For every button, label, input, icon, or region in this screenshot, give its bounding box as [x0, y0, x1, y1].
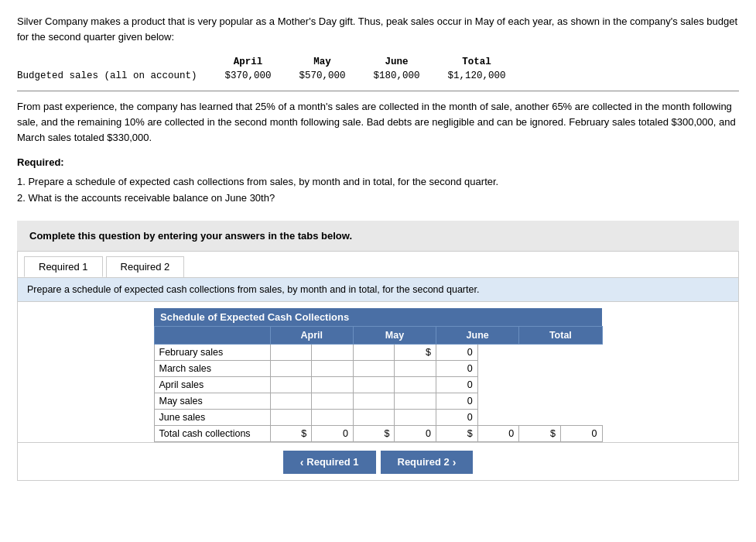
- col-may-header: May: [286, 55, 360, 69]
- june-april-input[interactable]: [271, 410, 312, 425]
- intro-paragraph: Silver Company makes a product that is v…: [17, 14, 739, 44]
- february-april-input[interactable]: [271, 345, 312, 360]
- total-total-dollar: $: [519, 425, 561, 441]
- february-total-dollar: $: [395, 344, 436, 360]
- march-label: March sales: [154, 360, 270, 376]
- total-june-val: 0: [477, 425, 519, 441]
- budgeted-sales-label: Budgeted sales (all on account): [17, 69, 211, 83]
- june-may-input-cell[interactable]: [312, 409, 354, 425]
- may-april-input-cell[interactable]: [270, 393, 312, 409]
- required1-nav-button[interactable]: ‹ Required 1: [283, 451, 376, 474]
- budgeted-may: $570,000: [286, 69, 360, 83]
- june-sales-label: June sales: [154, 409, 270, 425]
- tab-bar: Required 1 Required 2: [18, 252, 738, 278]
- body-paragraph: From past experience, the company has le…: [17, 99, 739, 146]
- col-total-sched: Total: [519, 326, 602, 344]
- june-april-input-cell[interactable]: [270, 409, 312, 425]
- row-april-sales: April sales 0: [154, 376, 602, 393]
- back-arrow-icon: ‹: [300, 456, 304, 468]
- total-total-val: 0: [560, 425, 602, 441]
- tabs-area: Required 1 Required 2 Prepare a schedule…: [17, 251, 739, 481]
- schedule-title: Schedule of Expected Cash Collections: [154, 308, 602, 327]
- march-may-input-cell[interactable]: [312, 360, 354, 376]
- total-may-val: 0: [395, 425, 436, 441]
- april-june-input-cell[interactable]: [353, 376, 395, 393]
- required-section: Required: 1. Prepare a schedule of expec…: [17, 155, 739, 206]
- col-april-header: April: [211, 55, 286, 69]
- may-total-val: 0: [436, 393, 478, 409]
- june-total-dollar: [395, 409, 436, 425]
- row-may-sales: May sales 0: [154, 393, 602, 409]
- may-may-input-cell[interactable]: [312, 393, 354, 409]
- budgeted-june: $180,000: [360, 69, 434, 83]
- required2-nav-label: Required 2: [398, 456, 450, 468]
- may-total-dollar: [395, 393, 436, 409]
- march-total-val: 0: [436, 360, 478, 376]
- may-june-input[interactable]: [354, 393, 395, 409]
- row-march-sales: March sales 0: [154, 360, 602, 376]
- row-february-sales: February sales $ 0: [154, 344, 602, 360]
- april-may-input-cell[interactable]: [312, 376, 354, 393]
- may-june-input-cell[interactable]: [353, 393, 395, 409]
- february-june-input[interactable]: [354, 345, 395, 360]
- february-total-val: 0: [436, 344, 478, 360]
- total-april-val: 0: [312, 425, 354, 441]
- row-june-sales: June sales 0: [154, 409, 602, 425]
- total-april-dollar: $: [270, 425, 312, 441]
- april-june-input[interactable]: [354, 377, 395, 393]
- col-label-header: [154, 326, 270, 344]
- schedule-col-headers: April May June Total: [154, 326, 602, 344]
- may-sales-label: May sales: [154, 393, 270, 409]
- march-april-input-cell[interactable]: [270, 360, 312, 376]
- required1-nav-label: Required 1: [306, 456, 358, 468]
- required2-nav-button[interactable]: Required 2 ›: [381, 451, 474, 474]
- schedule-title-row: Schedule of Expected Cash Collections: [154, 308, 602, 327]
- april-total-dollar: [395, 376, 436, 393]
- may-april-input[interactable]: [271, 393, 312, 409]
- march-april-input[interactable]: [271, 361, 312, 376]
- june-june-input-cell[interactable]: [353, 409, 395, 425]
- june-total-val: 0: [436, 409, 478, 425]
- budgeted-april: $370,000: [211, 69, 286, 83]
- col-june-sched: June: [436, 326, 519, 344]
- april-may-input[interactable]: [312, 377, 353, 393]
- col-total-header: Total: [434, 55, 520, 69]
- april-april-input[interactable]: [271, 377, 312, 393]
- may-may-input[interactable]: [312, 393, 353, 409]
- required-item-2: 2. What is the accounts receivable balan…: [17, 190, 739, 207]
- budgeted-total: $1,120,000: [434, 69, 520, 83]
- row-total-collections: Total cash collections $ 0 $ 0 $ 0 $ 0: [154, 425, 602, 441]
- march-june-input[interactable]: [354, 361, 395, 376]
- february-label: February sales: [154, 344, 270, 360]
- required-item-1: 1. Prepare a schedule of expected cash c…: [17, 174, 739, 190]
- bottom-nav: ‹ Required 1 Required 2 ›: [18, 442, 738, 480]
- tab-description: Prepare a schedule of expected cash coll…: [18, 278, 738, 302]
- tab-required2[interactable]: Required 2: [106, 256, 185, 277]
- sales-budget-table: April May June Total Budgeted sales (all…: [17, 55, 520, 83]
- february-may-input-cell[interactable]: [312, 344, 354, 360]
- june-may-input[interactable]: [312, 410, 353, 425]
- col-april-sched: April: [270, 326, 353, 344]
- april-total-val: 0: [436, 376, 478, 393]
- april-april-input-cell[interactable]: [270, 376, 312, 393]
- required-header: Required:: [17, 155, 739, 171]
- total-june-dollar: $: [436, 425, 478, 441]
- complete-box: Complete this question by entering your …: [17, 221, 739, 251]
- march-june-input-cell[interactable]: [353, 360, 395, 376]
- schedule-container: Schedule of Expected Cash Collections Ap…: [18, 302, 738, 442]
- march-may-input[interactable]: [312, 361, 353, 376]
- schedule-table: Schedule of Expected Cash Collections Ap…: [154, 308, 603, 442]
- total-collections-label: Total cash collections: [154, 425, 270, 441]
- tab-required1[interactable]: Required 1: [24, 256, 103, 277]
- forward-arrow-icon: ›: [453, 456, 457, 468]
- col-june-header: June: [360, 55, 434, 69]
- february-may-input[interactable]: [312, 345, 353, 360]
- col-may-sched: May: [353, 326, 436, 344]
- june-june-input[interactable]: [354, 410, 395, 425]
- february-april-input-cell[interactable]: [270, 344, 312, 360]
- february-june-input-cell[interactable]: [353, 344, 395, 360]
- march-total-dollar: [395, 360, 436, 376]
- april-sales-label: April sales: [154, 376, 270, 393]
- total-may-dollar: $: [353, 425, 395, 441]
